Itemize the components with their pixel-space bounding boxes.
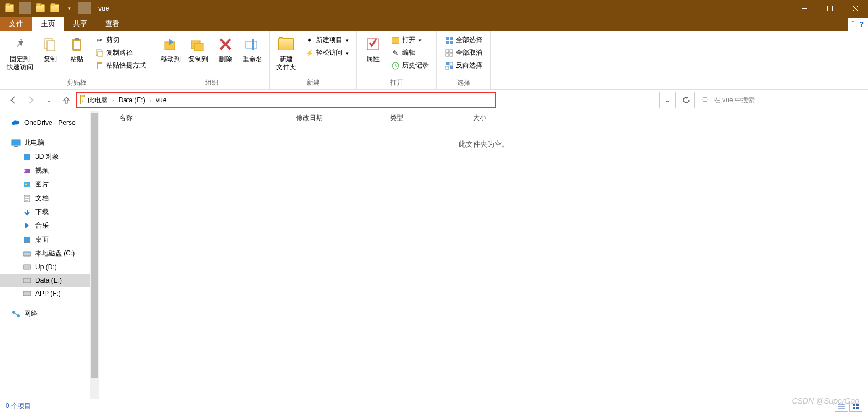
svg-rect-19 [446,37,449,40]
properties-button[interactable]: 属性 [360,33,386,65]
column-headers: 名称 ˆ 修改日期 类型 大小 [99,111,868,126]
nav-item[interactable]: 3D 对象 [0,150,99,164]
minimize-button[interactable] [792,0,817,17]
svg-rect-28 [450,62,453,65]
nav-item[interactable]: Data (E:) [0,274,99,287]
nav-item[interactable]: 音乐 [0,219,99,233]
content-area: 名称 ˆ 修改日期 类型 大小 此文件夹为空。 [99,111,868,399]
drive-icon [22,249,32,258]
refresh-button[interactable] [678,92,695,108]
search-icon [702,96,709,104]
nav-item[interactable]: 本地磁盘 (C:) [0,247,99,260]
copyto-button[interactable]: 复制到 [185,33,212,65]
col-name[interactable]: 名称 ˆ [113,113,290,123]
nav-pc[interactable]: 此电脑 [0,136,99,150]
window-title: vue [95,4,109,12]
svg-rect-10 [98,64,102,69]
newitem-button[interactable]: ✦新建项目▾ [303,34,351,46]
watermark: CSDN @SuperGao [792,396,859,405]
crumb-pc[interactable]: 此电脑 [85,93,111,107]
collapse-ribbon-icon[interactable]: ˇ [852,20,854,28]
quickbar-folder-icon[interactable] [49,2,61,14]
rename-button[interactable]: 重命名 [239,33,266,65]
col-size[interactable]: 大小 [466,113,522,123]
chevron-right-icon[interactable]: › [150,97,151,103]
chevron-right-icon[interactable]: › [112,97,114,103]
up-button[interactable] [59,92,74,108]
drive-icon [22,263,32,271]
qat-dropdown-icon[interactable]: ▾ [63,2,75,14]
drive-icon [22,289,32,298]
svg-rect-37 [24,182,30,187]
newfolder-button[interactable]: 新建 文件夹 [273,33,299,73]
invert-button[interactable]: 反向选择 [443,60,485,71]
tab-file[interactable]: 文件 [0,17,32,31]
crumb-drive[interactable]: Data (E:) [115,93,149,107]
chevron-right-icon[interactable]: › [82,97,83,103]
svg-rect-40 [25,223,26,228]
nav-onedrive[interactable]: OneDrive - Perso [0,116,99,129]
status-bar: 0 个项目 [0,399,868,413]
svg-rect-41 [24,237,30,242]
svg-rect-24 [450,50,453,53]
tab-home[interactable]: 主页 [32,17,64,31]
ribbon: 固定到 快速访问 复制 粘贴 ✂剪切 复制路径 粘贴快捷方式 剪贴板 移动到 [0,31,868,90]
delete-button[interactable]: 删除 [213,33,238,65]
selectnone-button[interactable]: 全部取消 [443,47,485,59]
svg-rect-32 [12,140,20,145]
drive-icon [22,194,32,203]
search-input[interactable]: 在 vue 中搜索 [697,92,862,108]
drive-icon [22,208,32,217]
close-button[interactable] [843,0,868,17]
svg-rect-23 [446,50,449,53]
nav-scrollbar[interactable] [90,111,99,399]
drive-icon [22,180,32,189]
history-button[interactable]: 历史记录 [389,60,431,71]
group-open: 打开 [390,76,403,89]
navigation-pane: OneDrive - Perso 此电脑 3D 对象视频图片文档下载音乐桌面本地… [0,111,99,399]
pin-button[interactable]: 固定到 快速访问 [3,33,36,73]
svg-rect-5 [75,38,79,40]
nav-network[interactable]: 网络 [0,307,99,321]
selectall-button[interactable]: 全部选择 [443,34,485,46]
help-icon[interactable]: ? [860,20,864,28]
edit-button[interactable]: ✎编辑 [389,47,431,59]
svg-point-31 [703,97,707,102]
recent-dropdown[interactable]: ⌄ [41,92,56,108]
cut-button[interactable]: ✂剪切 [93,34,148,46]
maximize-button[interactable] [817,0,843,17]
back-button[interactable] [6,92,21,108]
address-dropdown[interactable]: ⌄ [659,92,676,108]
group-clipboard: 剪贴板 [67,76,87,89]
svg-rect-52 [853,407,855,409]
pasteshortcut-button[interactable]: 粘贴快捷方式 [93,60,148,71]
tab-share[interactable]: 共享 [64,17,96,31]
col-type[interactable]: 类型 [383,113,466,123]
svg-rect-44 [23,252,31,253]
nav-item[interactable]: 桌面 [0,233,99,247]
copypath-button[interactable]: 复制路径 [93,47,148,59]
tab-view[interactable]: 查看 [96,17,128,31]
nav-item[interactable]: 视频 [0,164,99,177]
group-organize: 组织 [205,76,218,89]
group-select: 选择 [457,76,470,89]
drive-icon [22,236,32,244]
nav-item[interactable]: 下载 [0,205,99,219]
svg-rect-53 [856,407,859,409]
col-modified[interactable]: 修改日期 [290,113,383,123]
forward-button[interactable] [23,92,39,108]
nav-item[interactable]: 文档 [0,191,99,205]
easyaccess-button[interactable]: ⚡轻松访问▾ [303,47,351,59]
copy-button[interactable]: 复制 [38,33,63,65]
moveto-button[interactable]: 移动到 [157,33,184,65]
open-button[interactable]: 打开▾ [389,34,431,46]
svg-rect-17 [392,37,399,44]
nav-item[interactable]: Up (D:) [0,260,99,274]
group-new: 新建 [307,76,320,89]
nav-item[interactable]: APP (F:) [0,287,99,300]
address-bar[interactable]: › 此电脑 › Data (E:) › vue [76,92,496,108]
nav-item[interactable]: 图片 [0,177,99,191]
paste-button[interactable]: 粘贴 [64,33,90,65]
svg-rect-15 [252,39,254,50]
crumb-folder[interactable]: vue [152,93,170,107]
